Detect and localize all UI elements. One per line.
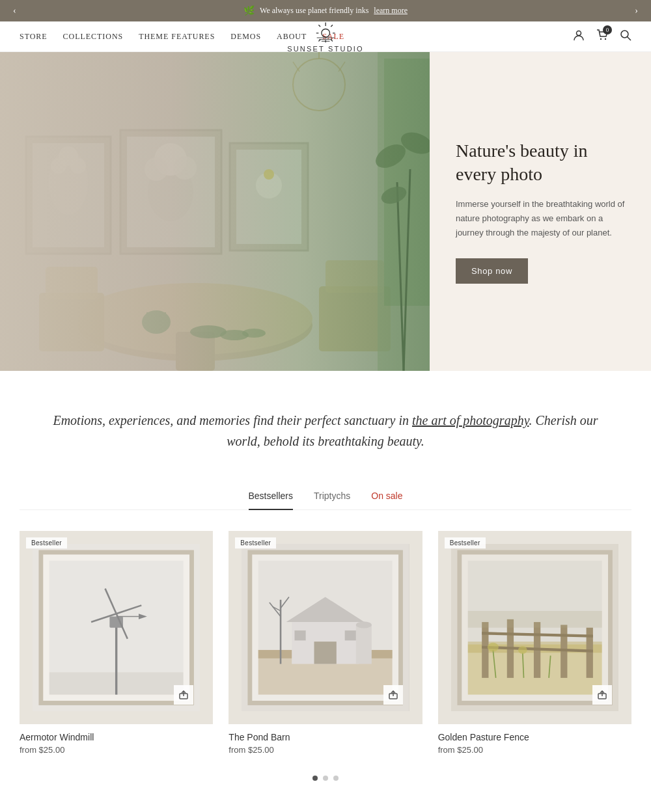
svg-rect-97 (482, 622, 488, 678)
tab-on-sale[interactable]: On sale (371, 491, 402, 510)
quote-section: Emotions, experiences, and memories find… (0, 371, 651, 491)
product-price-3: from $25.00 (438, 745, 631, 755)
svg-point-20 (49, 150, 88, 215)
svg-point-0 (322, 29, 330, 38)
hero-content: Nature's beauty in every photo Immerse y… (430, 52, 651, 371)
product-price-1: from $25.00 (20, 745, 213, 755)
product-name-2: The Pond Barn (229, 732, 422, 742)
user-icon[interactable] (573, 29, 585, 44)
share-button-2[interactable] (383, 685, 403, 705)
svg-point-48 (142, 310, 171, 334)
svg-rect-49 (146, 312, 166, 322)
nav-demos[interactable]: DEMOS (230, 32, 261, 42)
svg-point-53 (293, 59, 345, 111)
svg-rect-19 (33, 143, 104, 247)
pagination-dot-3[interactable] (333, 776, 339, 781)
cart-count: 0 (603, 25, 612, 34)
share-button-3[interactable] (592, 685, 612, 705)
svg-point-51 (220, 330, 249, 340)
product-image-wrap-1: Bestseller (20, 531, 213, 724)
svg-point-15 (621, 31, 628, 38)
leaf-icon: 🌿 (243, 5, 255, 16)
hero-photo (0, 52, 430, 371)
product-image-wrap-3: Bestseller (438, 531, 631, 724)
header: STORE COLLECTIONS THEME FEATURES DEMOS A… (0, 21, 651, 52)
logo-sun-icon (314, 20, 337, 44)
svg-point-32 (256, 172, 282, 198)
banner-next-button[interactable]: › (635, 6, 638, 16)
svg-point-21 (59, 146, 78, 166)
product-section: Bestsellers Triptychs On sale Bestseller (0, 491, 651, 812)
nav-theme-features[interactable]: THEME FEATURES (139, 32, 215, 42)
svg-point-23 (70, 158, 86, 174)
shop-now-button[interactable]: Shop now (456, 258, 528, 284)
pagination-dot-2[interactable] (323, 776, 328, 781)
product-name-3: Golden Pasture Fence (438, 732, 631, 742)
svg-line-7 (331, 25, 333, 27)
svg-point-22 (51, 158, 66, 174)
search-icon[interactable] (620, 29, 631, 44)
quote-text: Emotions, experiences, and memories find… (52, 410, 599, 452)
svg-rect-109 (467, 611, 602, 628)
svg-line-5 (318, 25, 320, 27)
svg-rect-42 (384, 59, 430, 306)
svg-rect-25 (127, 137, 215, 247)
svg-point-28 (145, 157, 168, 181)
cart-icon[interactable]: 0 (596, 29, 608, 44)
svg-point-13 (600, 38, 602, 40)
svg-rect-41 (378, 52, 430, 371)
svg-rect-82 (345, 630, 356, 640)
product-card-barn[interactable]: Bestseller (229, 531, 422, 755)
product-tabs: Bestsellers Triptychs On sale (20, 491, 631, 510)
svg-rect-17 (0, 52, 430, 371)
nav-collections[interactable]: COLLECTIONS (63, 32, 124, 42)
product-image-wrap-2: Bestseller (229, 531, 422, 724)
svg-line-44 (404, 169, 410, 371)
logo[interactable]: SUNSET STUDIO (287, 20, 364, 53)
product-card-windmill[interactable]: Bestseller (20, 531, 213, 755)
svg-rect-30 (230, 143, 308, 250)
svg-point-26 (148, 163, 193, 221)
hero-image (0, 52, 430, 371)
hero-description: Immerse yourself in the breathtaking wor… (456, 197, 625, 240)
svg-rect-31 (236, 150, 301, 244)
product-card-fence[interactable]: Bestseller (438, 531, 631, 755)
svg-rect-38 (46, 267, 98, 299)
pagination-dot-1[interactable] (312, 776, 318, 781)
product-name-1: Aermotor Windmill (20, 732, 213, 742)
svg-point-108 (518, 646, 527, 654)
svg-rect-36 (176, 332, 215, 371)
svg-line-56 (339, 62, 345, 72)
svg-point-29 (173, 156, 197, 180)
svg-point-107 (487, 643, 498, 652)
pagination (20, 776, 631, 781)
product-grid: Bestseller (20, 531, 631, 755)
tab-triptychs[interactable]: Triptychs (314, 491, 350, 510)
svg-point-33 (264, 169, 274, 180)
hero-title: Nature's beauty in every photo (456, 139, 625, 187)
svg-rect-83 (356, 625, 372, 664)
svg-point-50 (190, 325, 227, 338)
quote-text-before: Emotions, experiences, and memories find… (53, 413, 412, 427)
svg-point-47 (379, 183, 409, 207)
banner-link[interactable]: learn more (374, 6, 408, 16)
hero-section: Nature's beauty in every photo Immerse y… (0, 52, 651, 371)
svg-line-55 (293, 62, 299, 72)
nav-store[interactable]: STORE (20, 32, 48, 42)
product-price-2: from $25.00 (229, 745, 422, 755)
tab-bestsellers[interactable]: Bestsellers (249, 491, 293, 510)
quote-link[interactable]: the art of photography (412, 413, 529, 427)
svg-rect-40 (326, 260, 384, 293)
svg-point-45 (372, 140, 409, 173)
svg-point-35 (78, 283, 312, 355)
svg-rect-81 (295, 630, 306, 640)
bestseller-badge-3: Bestseller (445, 537, 486, 548)
svg-point-14 (605, 38, 606, 40)
svg-point-84 (356, 621, 372, 628)
svg-rect-80 (314, 642, 337, 664)
svg-line-16 (628, 37, 631, 41)
banner-prev-button[interactable]: ‹ (13, 6, 16, 16)
share-button-1[interactable] (174, 685, 193, 705)
nav-right: 0 (573, 29, 631, 44)
bestseller-badge-1: Bestseller (26, 537, 67, 548)
